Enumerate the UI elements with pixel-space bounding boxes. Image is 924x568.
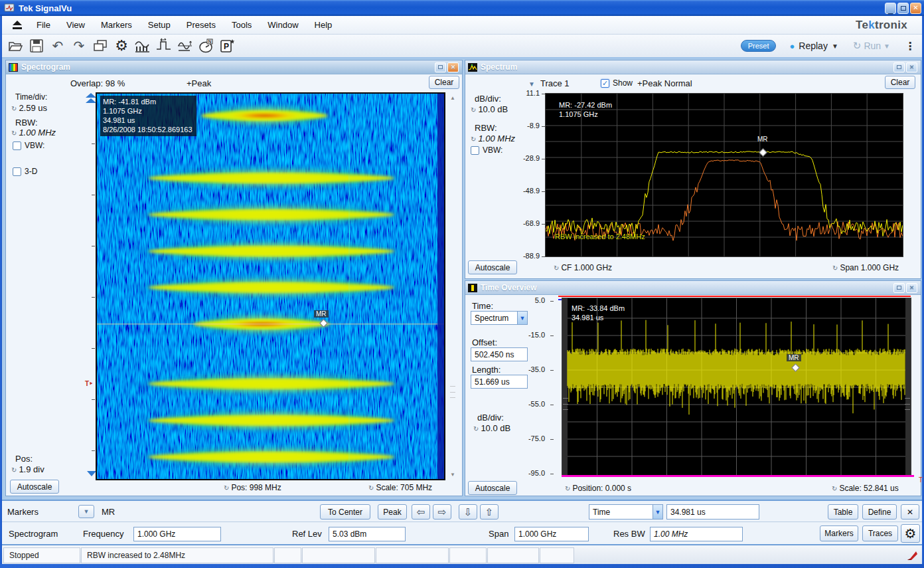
menu-tools[interactable]: Tools: [224, 17, 260, 33]
sg-autoscale-button[interactable]: Autoscale: [10, 480, 59, 494]
peak-lower-button[interactable]: ⇩: [459, 504, 477, 520]
traces-panel-button[interactable]: Traces: [862, 525, 898, 541]
close-button[interactable]: ✕: [910, 3, 921, 14]
table-button[interactable]: Table: [828, 504, 858, 520]
show-checkbox[interactable]: ✓: [601, 79, 609, 88]
to-autoscale-button[interactable]: Autoscale: [468, 481, 517, 495]
time-overview-plot[interactable]: MR: -33.84 dBm34.981 us MR: [562, 298, 911, 476]
frequency-input[interactable]: 1.000 GHz: [133, 527, 221, 541]
pulse-tool-icon[interactable]: [153, 37, 175, 55]
sp-rbw-value[interactable]: 1.00 MHz: [478, 134, 515, 143]
replay-dropdown-icon[interactable]: ▼: [832, 43, 838, 50]
time-div-spinner-icon[interactable]: ↻: [11, 105, 17, 112]
maximize-button[interactable]: [897, 3, 909, 14]
overflow-menu-icon[interactable]: ⋮: [905, 40, 915, 52]
sp-clear-button[interactable]: Clear: [885, 76, 915, 89]
sp-dbdiv-spinner-icon[interactable]: ↻: [471, 106, 476, 114]
to-dbdiv-value[interactable]: 10.0 dB: [481, 423, 510, 433]
sg-rbw-value[interactable]: 1.00 MHz: [19, 128, 56, 138]
peak-higher-button[interactable]: ⇧: [480, 504, 499, 520]
settings-gear-button[interactable]: ⚙: [901, 524, 920, 543]
scale-value[interactable]: Scale: 52.841 us: [839, 484, 898, 493]
spectrum-plot[interactable]: MR: -27.42 dBm1.1075 GHz RBW increased t…: [545, 93, 903, 257]
sp-vbw-checkbox[interactable]: [471, 146, 479, 155]
menu-presets[interactable]: Presets: [179, 17, 224, 33]
waveform-tool-icon[interactable]: [175, 37, 196, 55]
redo-icon[interactable]: ↷: [68, 37, 90, 55]
markers-dropdown-icon[interactable]: ▼: [78, 505, 94, 518]
cf-spinner-icon[interactable]: ↻: [554, 264, 559, 272]
menu-setup[interactable]: Setup: [140, 17, 179, 33]
spectrogram-maximize-icon[interactable]: [435, 62, 446, 72]
sg-xpos-value[interactable]: Pos: 998 MHz: [231, 483, 281, 492]
offset-input[interactable]: 502.450 ns: [471, 347, 528, 361]
sg-scroll-top2-icon[interactable]: [86, 98, 96, 103]
span-value[interactable]: Span 1.000 GHz: [840, 263, 899, 272]
define-button[interactable]: Define: [862, 504, 897, 520]
sg-vbw-checkbox[interactable]: [13, 142, 21, 150]
menu-view[interactable]: View: [58, 17, 93, 33]
sg-scrollbar-grip[interactable]: [450, 386, 455, 398]
scale-spinner-icon[interactable]: ↻: [832, 485, 837, 492]
marker-readout-type-select[interactable]: Time▼: [589, 504, 663, 520]
ref-lev-input[interactable]: 5.03 dBm: [329, 527, 406, 541]
preset-p-icon[interactable]: P: [217, 37, 238, 55]
spectrum-header[interactable]: Spectrum ✕: [465, 60, 921, 74]
spectrogram-header[interactable]: Spectrogram ✕: [6, 60, 462, 74]
trace-selector[interactable]: Trace 1: [540, 78, 570, 88]
time-div-value[interactable]: 2.59 us: [19, 103, 47, 113]
to-dbdiv-spinner-icon[interactable]: ↻: [473, 425, 479, 432]
threed-checkbox[interactable]: [13, 167, 21, 176]
sg-xscale-spinner-icon[interactable]: ↻: [368, 484, 374, 492]
spectrum-close-icon[interactable]: ✕: [906, 62, 917, 72]
run-button[interactable]: Run: [864, 41, 881, 51]
spectrum-maximize-icon[interactable]: [893, 62, 905, 72]
instrument-connect-icon[interactable]: [11, 20, 23, 31]
save-icon[interactable]: [26, 37, 47, 55]
to-close-icon[interactable]: ✕: [906, 283, 917, 293]
replay-button[interactable]: Replay: [799, 41, 828, 51]
sg-scroll-top-icon[interactable]: [86, 93, 96, 98]
position-spinner-icon[interactable]: ↻: [565, 485, 570, 492]
sg-scroll-bottom-icon[interactable]: [87, 471, 96, 476]
undo-icon[interactable]: ↶: [47, 37, 68, 55]
sp-autoscale-button[interactable]: Autoscale: [468, 260, 517, 274]
menu-help[interactable]: Help: [307, 17, 341, 33]
sg-xpos-spinner-icon[interactable]: ↻: [224, 484, 229, 492]
spectrogram-close-icon[interactable]: ✕: [447, 62, 459, 72]
readout-type-chevron-icon[interactable]: ▼: [653, 505, 662, 519]
spectrogram-tool-icon[interactable]: [132, 37, 153, 55]
markers-close-button[interactable]: ✕: [901, 504, 919, 520]
sg-pos-value[interactable]: 1.9 div: [19, 464, 44, 474]
sp-dbdiv-value[interactable]: 10.0 dB: [478, 104, 508, 114]
to-center-button[interactable]: To Center: [320, 504, 370, 520]
time-overview-header[interactable]: Time Overview ✕: [465, 281, 921, 295]
run-dropdown-icon[interactable]: ▼: [884, 43, 890, 50]
length-input[interactable]: 51.669 us: [471, 375, 528, 389]
settings-gear-icon[interactable]: ⚙: [111, 37, 132, 55]
marker-pen-icon[interactable]: [906, 549, 918, 561]
sg-xscale-value[interactable]: Scale: 705 MHz: [376, 483, 432, 492]
displays-icon[interactable]: [90, 37, 111, 55]
cf-value[interactable]: CF 1.000 GHz: [561, 263, 612, 272]
trace-collapse-icon[interactable]: ▼: [528, 80, 535, 88]
res-bw-input[interactable]: 1.00 MHz: [650, 527, 743, 541]
menu-file[interactable]: File: [29, 17, 58, 33]
to-left-grip[interactable]: [563, 398, 568, 410]
sg-rbw-spinner-icon[interactable]: ↻: [11, 130, 17, 137]
minimize-button[interactable]: ▁: [885, 3, 896, 14]
menu-window[interactable]: Window: [260, 17, 306, 33]
to-time-select[interactable]: Spectrum▼: [471, 311, 528, 325]
to-maximize-icon[interactable]: [893, 283, 905, 293]
acquisition-clock-icon[interactable]: N: [196, 37, 217, 55]
to-time-select-chevron-icon[interactable]: ▼: [517, 312, 527, 324]
sg-scrollbar[interactable]: ▲ ▼: [448, 94, 457, 479]
sg-pos-spinner-icon[interactable]: ↻: [11, 466, 17, 474]
menu-markers[interactable]: Markers: [93, 17, 140, 33]
peak-right-button[interactable]: ⇨: [433, 504, 451, 520]
peak-left-button[interactable]: ⇦: [412, 504, 430, 520]
sg-scrollbar-down-icon[interactable]: ▼: [450, 472, 455, 478]
sg-scrollbar-up-icon[interactable]: ▲: [450, 95, 455, 101]
sg-clear-button[interactable]: Clear: [429, 76, 459, 89]
preset-button[interactable]: Preset: [741, 40, 777, 52]
